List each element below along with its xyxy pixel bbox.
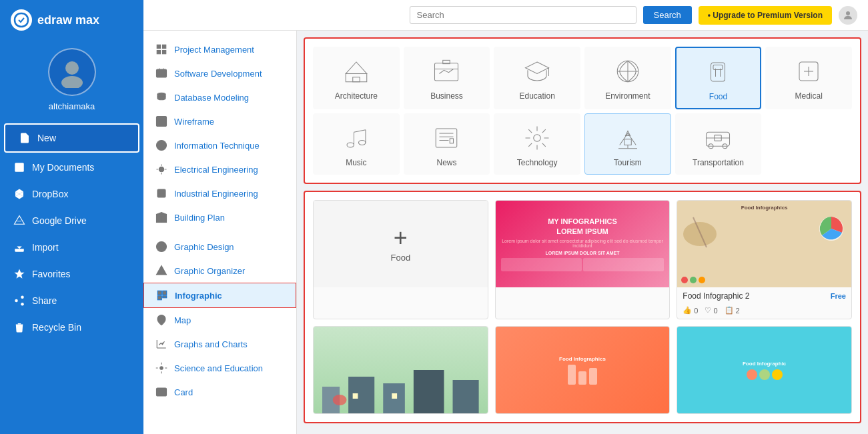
app-logo — [11, 9, 32, 31]
menu-item-software-development[interactable]: Software Development — [143, 61, 296, 85]
transportation-icon — [701, 121, 735, 155]
category-card-transportation[interactable]: Transportation — [675, 113, 762, 175]
business-label: Business — [430, 91, 463, 101]
music-label: Music — [346, 158, 366, 167]
category-card-technology[interactable]: Technology — [494, 113, 580, 175]
category-card-environment[interactable]: Environment — [584, 47, 671, 109]
menu-item-electrical-engineering[interactable]: Electrical Engineering — [143, 157, 296, 181]
user-icon[interactable] — [839, 6, 857, 25]
svg-line-72 — [354, 130, 366, 133]
menu-label: Graphic Design — [174, 242, 234, 252]
category-card-medical[interactable]: Medical — [765, 47, 852, 109]
menu-item-project-management[interactable]: Project Management — [143, 37, 296, 61]
stat-copies: 📋 2 — [725, 306, 740, 315]
menu-item-card[interactable]: Card — [143, 380, 296, 404]
username: altchiamaka — [49, 101, 95, 111]
template-card-infographic[interactable]: MY INFOGRAPHICSLOREM IPSUM Lorem ipsum d… — [495, 200, 671, 319]
news-label: News — [436, 158, 456, 167]
svg-marker-53 — [346, 62, 367, 74]
sidebar: edraw max altchiamaka New My Documents D… — [0, 0, 143, 434]
svg-point-89 — [683, 222, 717, 246]
template-card-foodinfo2[interactable]: Food Infographics — [495, 326, 671, 414]
menu-label: Graphic Organizer — [174, 266, 245, 276]
menu-item-graphic-design[interactable]: Graphic Design — [143, 235, 296, 259]
tourism-label: Tourism — [614, 158, 642, 167]
templates-section: + Food MY INFOGRAPHICSLOREM IPSUM Lorem … — [304, 191, 861, 423]
category-card-tourism[interactable]: Tourism — [584, 113, 671, 175]
category-card-food[interactable]: Food — [675, 47, 762, 109]
tourism-icon — [610, 121, 645, 155]
blank-food-label: Food — [391, 253, 411, 263]
svg-line-16 — [17, 301, 21, 303]
search-wrapper — [410, 6, 636, 24]
svg-rect-79 — [624, 139, 632, 145]
svg-marker-9 — [15, 216, 25, 225]
menu-label: Infographic — [175, 291, 222, 301]
menu-item-information-technique[interactable]: Information Technique — [143, 133, 296, 157]
sidebar-item-label-new: New — [37, 133, 56, 143]
search-input[interactable] — [410, 6, 636, 24]
main-area: Search Upgrade to Premium Version Projec… — [143, 0, 868, 434]
template-name-food-2: Food Infographic 2 — [683, 291, 749, 301]
sidebar-item-favorites[interactable]: Favorites — [0, 261, 143, 287]
search-button[interactable]: Search — [643, 6, 692, 24]
menu-label: Software Development — [174, 69, 262, 79]
category-card-architecture[interactable]: Architecture — [313, 47, 400, 109]
svg-point-15 — [21, 303, 24, 306]
sidebar-item-dropbox[interactable]: DropBox — [0, 181, 143, 207]
template-thumb-city — [314, 327, 488, 413]
menu-item-building-plan[interactable]: Building Plan — [143, 205, 296, 229]
medical-label: Medical — [795, 91, 822, 101]
menu-item-infographic[interactable]: Infographic — [143, 283, 296, 308]
thumbs-up-icon: 👍 — [683, 306, 692, 315]
svg-rect-52 — [346, 74, 367, 82]
hearts-count: 0 — [713, 307, 717, 315]
sidebar-item-google-drive[interactable]: Google Drive — [0, 207, 143, 234]
menu-item-database-modeling[interactable]: Database Modeling — [143, 85, 296, 109]
svg-rect-28 — [157, 117, 167, 127]
category-card-education[interactable]: Education — [494, 47, 580, 109]
menu-item-map[interactable]: Map — [143, 308, 296, 332]
template-card-city[interactable] — [313, 326, 488, 414]
architecture-label: Architecture — [335, 91, 378, 101]
business-icon — [429, 54, 464, 89]
template-card-foodinfo3[interactable]: Food Infographic — [677, 326, 852, 414]
menu-label: Electrical Engineering — [174, 165, 258, 175]
template-thumb-foodinfo2: Food Infographics — [496, 327, 670, 413]
sidebar-item-my-documents[interactable]: My Documents — [0, 154, 143, 181]
sidebar-item-recycle-bin[interactable]: Recycle Bin — [0, 314, 143, 341]
menu-item-industrial-engineering[interactable]: Industrial Engineering — [143, 181, 296, 205]
stat-likes: 👍 0 — [683, 306, 698, 315]
menu-item-science-and-education[interactable]: Science and Education — [143, 356, 296, 380]
medical-icon — [791, 54, 826, 89]
svg-point-98 — [333, 395, 347, 405]
svg-rect-45 — [163, 296, 167, 298]
category-grid: Architecture Business Educat — [313, 47, 852, 175]
avatar — [48, 48, 96, 96]
category-card-business[interactable]: Business — [404, 47, 490, 109]
category-card-news[interactable]: News — [404, 113, 490, 175]
template-thumb-food-2: Food Infographics — [677, 201, 851, 287]
svg-rect-73 — [436, 129, 458, 147]
menu-item-graphic-organizer[interactable]: Graphic Organizer — [143, 259, 296, 283]
menu-label: Map — [174, 315, 191, 325]
education-icon — [520, 54, 554, 89]
template-badge-food-2: Free — [831, 292, 846, 300]
upgrade-button[interactable]: Upgrade to Premium Version — [699, 6, 832, 25]
template-card-blank[interactable]: + Food — [313, 200, 488, 319]
technology-icon — [520, 121, 554, 155]
menu-item-graphs-and-charts[interactable]: Graphs and Charts — [143, 332, 296, 356]
svg-rect-55 — [435, 63, 458, 81]
stat-hearts: ♡ 0 — [705, 306, 717, 315]
svg-rect-21 — [157, 51, 160, 54]
menu-label: Science and Education — [174, 363, 263, 373]
sidebar-item-label-import: Import — [32, 242, 59, 253]
category-card-music[interactable]: Music — [313, 113, 400, 175]
sidebar-item-new[interactable]: New — [4, 123, 139, 153]
topbar: Search Upgrade to Premium Version — [143, 0, 868, 31]
menu-item-wireframe[interactable]: Wireframe — [143, 109, 296, 133]
sidebar-item-share[interactable]: Share — [0, 287, 143, 314]
sidebar-item-import[interactable]: Import — [0, 234, 143, 261]
template-card-food-2[interactable]: Food Infographics — [677, 200, 852, 319]
education-label: Education — [519, 91, 554, 101]
